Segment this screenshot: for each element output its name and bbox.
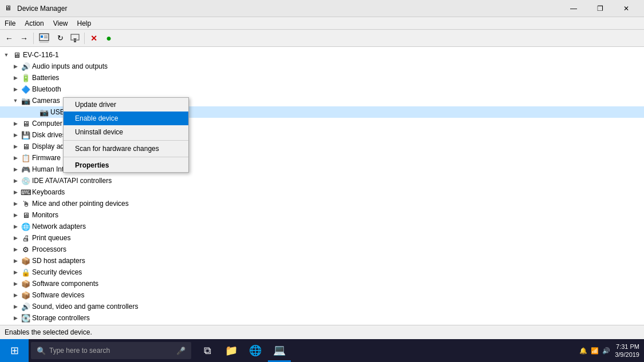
expand-sw-dev[interactable]: ▶: [11, 291, 19, 299]
root-label: EV-C-116-1: [23, 51, 59, 59]
expand-print[interactable]: ▶: [11, 234, 19, 242]
monitors-label: Monitors: [32, 211, 58, 219]
tree-item-storage[interactable]: ▶ 💽 Storage controllers: [0, 312, 644, 324]
toolbar-separator-1: [33, 33, 34, 44]
menu-help[interactable]: Help: [73, 17, 96, 29]
expand-storage[interactable]: ▶: [11, 314, 19, 322]
expand-display[interactable]: ▶: [11, 142, 19, 150]
expand-computer[interactable]: ▶: [11, 120, 19, 128]
expand-sound[interactable]: ▶: [11, 303, 19, 311]
taskbar-file-explorer[interactable]: 📁: [220, 339, 243, 362]
toolbar-back[interactable]: ←: [2, 31, 16, 45]
taskbar-system-tray: 🔔 📶 🔊: [575, 347, 615, 355]
root-icon: 🖥: [12, 50, 21, 59]
tree-item-ide[interactable]: ▶ 💿 IDE ATA/ATAPI controllers: [0, 175, 644, 186]
tree-item-bluetooth[interactable]: ▶ 🔷 Bluetooth: [0, 83, 644, 95]
expand-batteries[interactable]: ▶: [11, 74, 19, 82]
sd-label: SD host adapters: [32, 257, 85, 265]
taskbar-device-manager[interactable]: 💻: [268, 339, 291, 362]
taskbar-search-placeholder: Type here to search: [49, 347, 110, 355]
svg-rect-4: [39, 42, 49, 43]
ctx-scan-hardware[interactable]: Scan for hardware changes: [64, 142, 188, 156]
toolbar-remove[interactable]: ✕: [87, 31, 101, 45]
menu-view[interactable]: View: [49, 17, 73, 29]
keyboards-icon: ⌨: [21, 188, 30, 197]
menu-file[interactable]: File: [0, 17, 20, 29]
ctx-uninstall-device[interactable]: Uninstall device: [64, 125, 188, 139]
tree-item-network[interactable]: ▶ 🌐 Network adapters: [0, 221, 644, 232]
expand-cameras[interactable]: ▼: [11, 97, 19, 105]
taskbar-clock[interactable]: 7:31 PM 3/9/2019: [615, 343, 644, 359]
tree-item-print[interactable]: ▶ 🖨 Print queues: [0, 232, 644, 244]
ctx-sep-1: [64, 140, 188, 141]
taskbar-volume-icon[interactable]: 🔊: [602, 347, 610, 355]
ctx-properties[interactable]: Properties: [64, 158, 188, 172]
tree-item-sound[interactable]: ▶ 🔊 Sound, video and game controllers: [0, 301, 644, 312]
ctx-enable-device[interactable]: Enable device: [64, 112, 188, 125]
svg-rect-1: [41, 35, 43, 38]
cameras-icon: 📷: [21, 96, 30, 105]
expand-processors[interactable]: ▶: [11, 245, 19, 253]
expand-mice[interactable]: ▶: [11, 200, 19, 208]
taskbar-date-value: 3/9/2019: [615, 351, 639, 359]
cameras-label: Cameras: [32, 97, 60, 105]
taskbar-network-icon[interactable]: 🔔: [579, 347, 587, 355]
expand-network[interactable]: ▶: [11, 222, 19, 230]
tree-item-batteries[interactable]: ▶ 🔋 Batteries: [0, 72, 644, 83]
restore-button[interactable]: ❐: [587, 0, 613, 17]
taskbar-wifi-icon[interactable]: 📶: [591, 347, 599, 355]
sound-icon: 🔊: [21, 302, 30, 311]
taskbar-task-view[interactable]: ⧉: [196, 339, 219, 362]
tree-item-sw-dev[interactable]: ▶ 📦 Software devices: [0, 289, 644, 301]
taskbar-time-value: 7:31 PM: [615, 343, 639, 351]
firmware-label: Firmware: [32, 154, 61, 162]
disk-icon: 💾: [21, 130, 30, 140]
close-button[interactable]: ✕: [613, 0, 639, 17]
tree-item-mice[interactable]: ▶ 🖱 Mice and other pointing devices: [0, 198, 644, 209]
expand-bluetooth[interactable]: ▶: [11, 85, 19, 93]
app-icon: 🖥: [5, 4, 14, 13]
tree-item-processors[interactable]: ▶ ⚙ Processors: [0, 244, 644, 255]
taskbar-chrome[interactable]: 🌐: [244, 339, 267, 362]
toolbar-forward[interactable]: →: [17, 31, 31, 45]
tree-item-audio[interactable]: ▶ 🔊 Audio inputs and outputs: [0, 61, 644, 72]
toolbar-properties[interactable]: [36, 31, 52, 45]
tree-item-sw-comp[interactable]: ▶ 📦 Software components: [0, 278, 644, 289]
status-bar: Enables the selected device.: [0, 325, 644, 339]
expand-firmware[interactable]: ▶: [11, 154, 19, 162]
tree-root[interactable]: ▼ 🖥 EV-C-116-1: [0, 49, 644, 61]
toolbar-refresh[interactable]: ↻: [53, 31, 67, 45]
taskbar-search-box[interactable]: 🔍 Type here to search 🎤: [31, 342, 191, 359]
tree-item-keyboards[interactable]: ▶ ⌨ Keyboards: [0, 186, 644, 198]
expand-security[interactable]: ▶: [11, 268, 19, 276]
expand-audio[interactable]: ▶: [11, 62, 19, 70]
keyboards-label: Keyboards: [32, 188, 65, 196]
minimize-button[interactable]: —: [560, 0, 587, 17]
monitors-icon: 🖥: [21, 210, 30, 220]
tree-item-sd[interactable]: ▶ 📦 SD host adapters: [0, 255, 644, 266]
toolbar-update[interactable]: [68, 31, 82, 45]
bluetooth-icon: 🔷: [21, 85, 30, 94]
ctx-update-driver[interactable]: Update driver: [64, 98, 188, 112]
start-button[interactable]: ⊞: [0, 339, 29, 362]
firmware-icon: 📋: [21, 153, 30, 162]
expand-root[interactable]: ▼: [2, 51, 10, 59]
hid-icon: 🎮: [21, 165, 30, 174]
status-text: Enables the selected device.: [5, 328, 92, 336]
expand-sd[interactable]: ▶: [11, 257, 19, 265]
storage-icon: 💽: [21, 313, 30, 323]
expand-sw-comp[interactable]: ▶: [11, 280, 19, 288]
ide-icon: 💿: [21, 176, 30, 185]
toolbar-add[interactable]: ●: [102, 31, 116, 45]
taskbar-apps: ⧉ 📁 🌐 💻: [196, 339, 291, 362]
expand-ide[interactable]: ▶: [11, 177, 19, 185]
expand-hid[interactable]: ▶: [11, 165, 19, 173]
expand-disk[interactable]: ▶: [11, 131, 19, 139]
tree-item-security[interactable]: ▶ 🔒 Security devices: [0, 266, 644, 278]
menu-action[interactable]: Action: [20, 17, 48, 29]
batteries-icon: 🔋: [21, 73, 30, 82]
expand-monitors[interactable]: ▶: [11, 211, 19, 219]
expand-keyboards[interactable]: ▶: [11, 188, 19, 196]
tree-item-monitors[interactable]: ▶ 🖥 Monitors: [0, 209, 644, 221]
expand-usb-camera[interactable]: [30, 108, 38, 116]
